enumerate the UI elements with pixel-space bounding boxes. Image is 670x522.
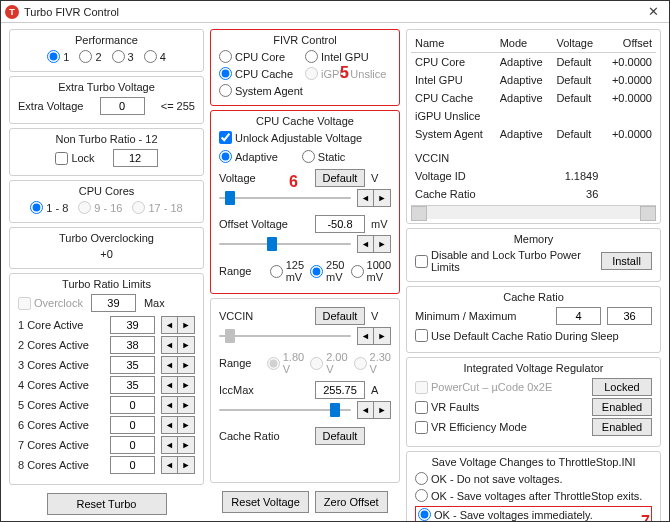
core-active-stepper[interactable]: ◄► [161, 336, 195, 354]
cpu-cores-option[interactable]: 17 - 18 [132, 201, 182, 214]
core-active-row: 3 Cores Active ◄► [18, 356, 195, 374]
performance-option-3[interactable]: 3 [112, 50, 134, 63]
offset-voltage-input[interactable] [315, 215, 365, 233]
performance-option-2[interactable]: 2 [79, 50, 101, 63]
iccmax-slider[interactable] [219, 402, 351, 418]
lock-checkbox[interactable]: Lock [55, 152, 94, 165]
vr-faults-checkbox[interactable]: VR Faults [415, 401, 479, 414]
core-active-input[interactable] [110, 356, 155, 374]
reset-voltage-button[interactable]: Reset Voltage [222, 491, 309, 513]
core-active-stepper[interactable]: ◄► [161, 396, 195, 414]
column-middle: FIVR Control CPU Core Intel GPU CPU Cach… [210, 29, 400, 513]
cpu-cores-group: CPU Cores 1 - 8 9 - 16 17 - 18 [9, 180, 204, 223]
voltage-slider[interactable] [219, 190, 351, 206]
core-active-stepper[interactable]: ◄► [161, 456, 195, 474]
voltage-default-button[interactable]: Default [315, 169, 365, 187]
fivr-option[interactable]: CPU Cache [219, 67, 305, 80]
vccin-default-button[interactable]: Default [315, 307, 365, 325]
range-230-radio[interactable]: 2.30 V [354, 351, 391, 375]
save-option[interactable]: OK - Save voltages immediately. [418, 508, 593, 521]
core-active-row: 6 Cores Active ◄► [18, 416, 195, 434]
extra-voltage-input[interactable] [100, 97, 145, 115]
iccmax-input[interactable] [315, 381, 365, 399]
non-turbo-value[interactable] [113, 149, 158, 167]
cache-max-input[interactable] [607, 307, 652, 325]
memory-title: Memory [415, 233, 652, 245]
fivr-option[interactable]: iGPU Unslice [305, 67, 391, 80]
core-active-stepper[interactable]: ◄► [161, 316, 195, 334]
vccin-slider[interactable] [219, 328, 351, 344]
cache-min-input[interactable] [556, 307, 601, 325]
reset-turbo-button[interactable]: Reset Turbo [47, 493, 167, 515]
default-cache-sleep-checkbox[interactable]: Use Default Cache Ratio During Sleep [415, 329, 619, 342]
performance-option-4[interactable]: 4 [144, 50, 166, 63]
core-active-input[interactable] [110, 316, 155, 334]
offset-unit: mV [371, 218, 391, 230]
fivr-option[interactable]: CPU Core [219, 50, 305, 63]
th-name[interactable]: Name [411, 34, 496, 53]
range-250-radio[interactable]: 250 mV [310, 259, 344, 283]
table-row[interactable]: CPU CoreAdaptiveDefault+0.0000 [411, 53, 656, 72]
core-active-input[interactable] [110, 396, 155, 414]
th-mode[interactable]: Mode [496, 34, 553, 53]
turbo-oc-value: +0 [18, 248, 195, 260]
static-radio[interactable]: Static [302, 150, 346, 163]
core-active-stepper[interactable]: ◄► [161, 436, 195, 454]
core-active-input[interactable] [110, 376, 155, 394]
unlock-adjustable-checkbox[interactable]: Unlock Adjustable Voltage [219, 131, 362, 144]
cache-voltage-title: CPU Cache Voltage [219, 115, 391, 127]
vr-eff-button[interactable]: Enabled [592, 418, 652, 436]
cpu-cache-voltage-group: CPU Cache Voltage Unlock Adjustable Volt… [210, 110, 400, 294]
core-active-stepper[interactable]: ◄► [161, 356, 195, 374]
vr-faults-button[interactable]: Enabled [592, 398, 652, 416]
th-offset[interactable]: Offset [602, 34, 656, 53]
iccmax-stepper[interactable]: ◄► [357, 401, 391, 419]
performance-option-1[interactable]: 1 [47, 50, 69, 63]
table-row[interactable]: iGPU Unslice [411, 107, 656, 125]
table-row[interactable]: Voltage ID1.1849 [411, 167, 656, 185]
table-row[interactable]: System AgentAdaptiveDefault+0.0000 [411, 125, 656, 143]
fivr-option[interactable]: Intel GPU [305, 50, 391, 63]
minmax-label: Minimum / Maximum [415, 310, 516, 322]
offset-label: Offset Voltage [219, 218, 289, 230]
vccin-stepper[interactable]: ◄► [357, 327, 391, 345]
table-row[interactable]: Intel GPUAdaptiveDefault+0.0000 [411, 71, 656, 89]
core-active-input[interactable] [110, 456, 155, 474]
table-row[interactable]: Cache Ratio36 [411, 185, 656, 203]
th-voltage[interactable]: Voltage [552, 34, 602, 53]
save-option[interactable]: OK - Do not save voltages. [415, 472, 562, 485]
cpu-cores-option[interactable]: 9 - 16 [78, 201, 122, 214]
core-active-label: 6 Cores Active [18, 419, 104, 431]
range-125-radio[interactable]: 125 mV [270, 259, 304, 283]
offset-slider[interactable] [219, 236, 351, 252]
core-active-input[interactable] [110, 436, 155, 454]
fivr-option[interactable]: System Agent [219, 84, 305, 97]
table-row[interactable]: CPU CacheAdaptiveDefault+0.0000 [411, 89, 656, 107]
vr-eff-checkbox[interactable]: VR Efficiency Mode [415, 421, 527, 434]
disable-lock-checkbox[interactable]: Disable and Lock Turbo Power Limits [415, 249, 595, 273]
overclock-checkbox[interactable]: Overclock [18, 297, 83, 310]
core-active-stepper[interactable]: ◄► [161, 416, 195, 434]
table-scrollbar[interactable] [411, 205, 656, 219]
powercut-checkbox[interactable]: PowerCut – µCode 0x2E [415, 381, 552, 394]
voltage-stepper[interactable]: ◄► [357, 189, 391, 207]
cache-ratio-default-button[interactable]: Default [315, 427, 365, 445]
close-icon[interactable]: ✕ [642, 4, 665, 19]
range-1000-radio[interactable]: 1000 mV [351, 259, 391, 283]
range-200-radio[interactable]: 2.00 V [310, 351, 347, 375]
save-option[interactable]: OK - Save voltages after ThrottleStop ex… [415, 489, 642, 502]
locked-button[interactable]: Locked [592, 378, 652, 396]
ratio-limits-title: Turbo Ratio Limits [18, 278, 195, 290]
zero-offset-button[interactable]: Zero Offset [315, 491, 388, 513]
adaptive-radio[interactable]: Adaptive [219, 150, 278, 163]
cpu-cores-option[interactable]: 1 - 8 [30, 201, 68, 214]
core-active-stepper[interactable]: ◄► [161, 376, 195, 394]
overclock-value[interactable] [91, 294, 136, 312]
offset-stepper[interactable]: ◄► [357, 235, 391, 253]
install-button[interactable]: Install [601, 252, 652, 270]
core-active-input[interactable] [110, 416, 155, 434]
core-active-row: 4 Cores Active ◄► [18, 376, 195, 394]
range-180-radio[interactable]: 1.80 V [267, 351, 304, 375]
table-row[interactable]: VCCIN [411, 149, 656, 167]
core-active-input[interactable] [110, 336, 155, 354]
